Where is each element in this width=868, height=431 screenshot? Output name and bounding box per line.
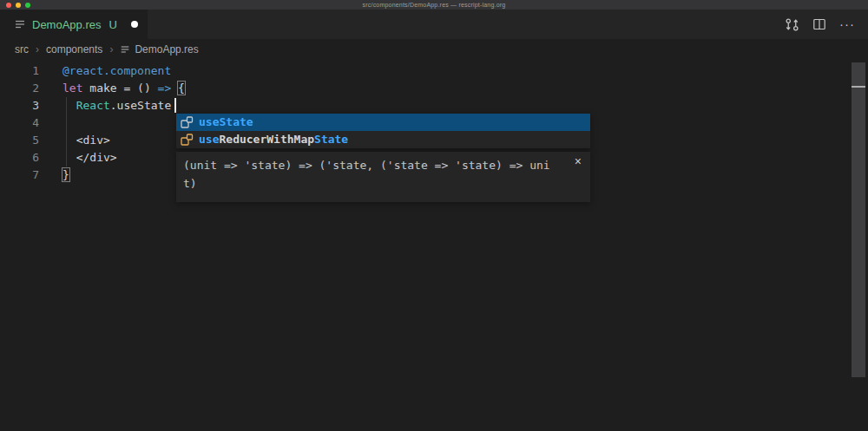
suggest-docs-panel: (unit => 'state) => ('state, ('state => … [176,152,590,202]
breadcrumb: src › components › DemoApp.res [0,39,868,60]
suggestion-label: useReducerWithMapState [199,131,348,148]
window-title: src/components/DemoApp.res — rescript-la… [363,2,506,8]
vertical-scrollbar[interactable] [852,62,865,377]
code-token-jsx: <div> [62,134,110,147]
text-cursor [174,98,176,113]
line-number: 2 [0,80,39,97]
suggest-widget: useState useReducerWithMapState (unit =>… [176,114,590,202]
zoom-window-button[interactable] [25,3,30,8]
suggestion-usereducerwithmapstate[interactable]: useReducerWithMapState [176,131,590,148]
symbol-field-icon [180,133,194,147]
code-token-close-brace: } [62,168,69,181]
breadcrumb-file-label: DemoApp.res [135,43,198,56]
traffic-lights [6,3,30,8]
suggest-list: useState useReducerWithMapState [176,114,590,148]
open-changes-icon[interactable] [785,17,799,32]
type-signature-line-2: t) [183,174,564,193]
line-number: 6 [0,149,39,167]
line-number: 5 [0,132,39,149]
minimize-window-button[interactable] [16,3,21,8]
tab-git-status-badge: U [108,18,116,31]
window-titlebar: src/components/DemoApp.res — rescript-la… [0,0,868,10]
match-part: State [314,133,348,146]
code-token: make = () [82,82,157,95]
chevron-right-icon: › [109,43,113,56]
indent-guide [66,97,67,167]
line-number-active: 3 [0,97,39,114]
close-icon[interactable]: × [575,154,582,168]
line-number: 1 [0,62,39,80]
tab-dirty-indicator[interactable] [131,21,138,28]
match-part: use [199,133,219,146]
code-line-2[interactable]: 2 let make = () => { [0,80,868,97]
code-token-jsx: </div> [62,151,117,164]
suggestion-usestate[interactable]: useState [176,114,590,131]
code-token-arrow: => [158,82,172,95]
tab-demoapp[interactable]: DemoApp.res U [0,10,148,39]
code-editor[interactable]: 1 @react.component 2 let make = () => { … [0,60,868,431]
plain-part: ReducerWithMap [219,133,314,146]
close-window-button[interactable] [6,3,11,8]
breadcrumb-item-file[interactable]: DemoApp.res [120,43,198,56]
chevron-right-icon: › [36,43,39,56]
editor-actions: ··· [785,10,868,39]
code-token-open-brace: { [178,82,185,95]
code-line-3[interactable]: 3 React.useState [0,97,868,114]
suggestion-label: useState [199,114,253,131]
code-token-module: React [76,99,110,112]
code-token-decorator: @react.component [62,64,171,77]
split-editor-icon[interactable] [812,17,826,31]
breadcrumb-item-components[interactable]: components [46,43,102,56]
code-token-keyword: let [62,82,82,95]
tab-label: DemoApp.res [32,18,101,31]
code-token [171,82,178,95]
line-number: 7 [0,167,39,184]
type-signature-line-1: (unit => 'state) => ('state, ('state => … [183,156,564,174]
more-actions-icon[interactable]: ··· [839,20,855,29]
line-number: 4 [0,114,39,132]
file-icon [14,18,26,30]
breadcrumb-item-src[interactable]: src [15,43,29,56]
symbol-field-icon [180,115,194,129]
overview-ruler-cursor-mark [852,86,865,88]
code-token-member: .useState [110,99,171,112]
code-line-1[interactable]: 1 @react.component [0,62,868,80]
file-icon [120,44,130,55]
code-token [62,99,76,112]
tab-bar: DemoApp.res U ··· [0,10,868,39]
